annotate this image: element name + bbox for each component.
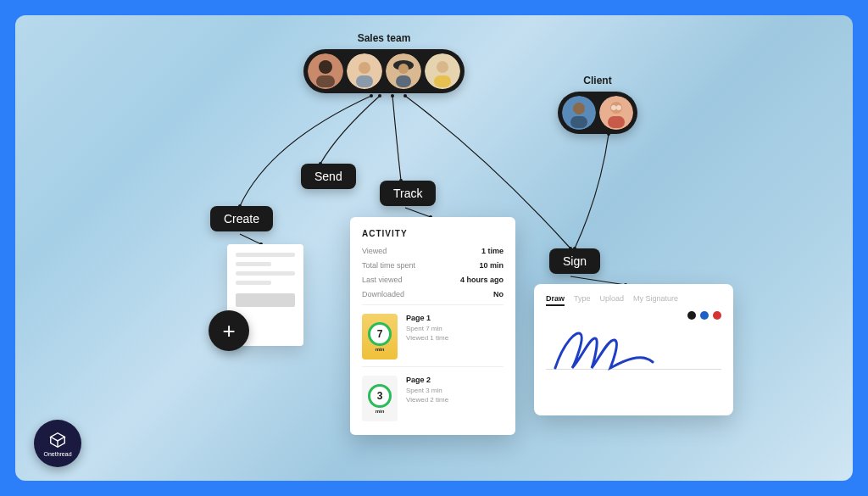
time-unit: min bbox=[376, 409, 385, 414]
svg-rect-18 bbox=[356, 75, 373, 87]
activity-title: ACTIVITY bbox=[362, 229, 504, 238]
doc-line bbox=[236, 262, 271, 266]
svg-point-17 bbox=[359, 62, 370, 74]
add-document-button[interactable]: + bbox=[209, 310, 249, 351]
svg-point-21 bbox=[398, 64, 409, 74]
onethread-logo: Onethread bbox=[34, 420, 81, 467]
color-picker bbox=[546, 311, 721, 320]
time-ring: 7 bbox=[368, 322, 392, 346]
stat-row: Total time spent 10 min bbox=[362, 261, 504, 270]
avatar bbox=[386, 53, 421, 89]
stat-row: Last viewed 4 hours ago bbox=[362, 276, 504, 284]
create-document-card[interactable]: + bbox=[227, 244, 303, 346]
tab-type[interactable]: Type bbox=[574, 294, 591, 306]
stat-value: 4 hours ago bbox=[460, 276, 504, 284]
doc-line bbox=[236, 271, 295, 276]
svg-rect-22 bbox=[396, 75, 411, 87]
svg-rect-15 bbox=[316, 75, 335, 87]
client-avatars bbox=[558, 92, 637, 134]
svg-point-27 bbox=[573, 103, 585, 114]
svg-point-14 bbox=[319, 60, 332, 74]
svg-rect-28 bbox=[570, 116, 587, 128]
send-action-tag: Send bbox=[301, 164, 356, 189]
stat-value: 1 time bbox=[481, 247, 504, 255]
page-info: Page 2 Spent 3 min Viewed 2 time bbox=[406, 376, 448, 421]
signature-card[interactable]: Draw Type Upload My Signature bbox=[534, 284, 733, 415]
sales-team-group: Sales team bbox=[303, 32, 465, 93]
sign-action-tag: Sign bbox=[549, 248, 600, 274]
page-name: Page 2 bbox=[406, 376, 448, 384]
color-red[interactable] bbox=[713, 311, 721, 320]
avatar bbox=[599, 96, 633, 130]
stat-label: Viewed bbox=[362, 247, 387, 255]
svg-point-0 bbox=[370, 94, 373, 98]
stat-label: Downloaded bbox=[362, 290, 404, 298]
plus-icon: + bbox=[222, 318, 235, 344]
svg-rect-33 bbox=[608, 116, 625, 128]
tab-upload[interactable]: Upload bbox=[600, 294, 625, 306]
time-ring: 3 bbox=[368, 384, 392, 408]
sales-team-label: Sales team bbox=[303, 32, 465, 44]
create-action-tag: Create bbox=[210, 206, 273, 231]
svg-point-24 bbox=[437, 61, 448, 73]
svg-point-31 bbox=[611, 105, 616, 110]
track-action-tag: Track bbox=[380, 181, 436, 206]
svg-point-32 bbox=[616, 105, 621, 110]
stat-row: Downloaded No bbox=[362, 290, 504, 298]
stat-label: Total time spent bbox=[362, 261, 415, 270]
page-name: Page 1 bbox=[406, 314, 448, 322]
page-viewed: Viewed 1 time bbox=[406, 334, 448, 342]
page-spent: Spent 3 min bbox=[406, 387, 448, 394]
avatar bbox=[308, 53, 343, 89]
color-black[interactable] bbox=[687, 311, 696, 320]
avatar bbox=[562, 96, 596, 130]
doc-block bbox=[236, 293, 295, 307]
doc-line bbox=[236, 253, 295, 257]
client-group: Client bbox=[558, 75, 637, 134]
canvas: Sales team Client Create Send Track Sign… bbox=[15, 15, 853, 481]
tab-my-signature[interactable]: My Signature bbox=[633, 294, 678, 306]
tab-draw[interactable]: Draw bbox=[546, 294, 565, 306]
page-viewed: Viewed 2 time bbox=[406, 396, 448, 404]
page-thumbnail: 7 min bbox=[362, 314, 398, 359]
stat-value: 10 min bbox=[479, 261, 504, 270]
doc-line bbox=[236, 281, 271, 285]
time-unit: min bbox=[376, 347, 385, 352]
svg-rect-25 bbox=[434, 75, 451, 87]
logo-icon bbox=[48, 431, 67, 449]
activity-card[interactable]: ACTIVITY Viewed 1 time Total time spent … bbox=[350, 217, 515, 435]
avatar bbox=[347, 53, 382, 89]
svg-point-1 bbox=[378, 94, 381, 98]
logo-text: Onethread bbox=[43, 451, 71, 457]
stat-label: Last viewed bbox=[362, 276, 403, 284]
stat-value: No bbox=[493, 290, 504, 298]
avatar bbox=[425, 53, 460, 89]
page-item[interactable]: 3 min Page 2 Spent 3 min Viewed 2 time bbox=[362, 366, 504, 423]
page-spent: Spent 7 min bbox=[406, 325, 448, 332]
page-item[interactable]: 7 min Page 1 Spent 7 min Viewed 1 time bbox=[362, 304, 504, 361]
stat-row: Viewed 1 time bbox=[362, 247, 504, 255]
color-blue[interactable] bbox=[700, 311, 709, 320]
svg-point-2 bbox=[391, 94, 394, 98]
page-thumbnail: 3 min bbox=[362, 376, 398, 421]
sales-team-avatars bbox=[303, 49, 465, 93]
page-info: Page 1 Spent 7 min Viewed 1 time bbox=[406, 314, 448, 359]
svg-point-3 bbox=[403, 94, 407, 98]
signature-drawing bbox=[551, 321, 661, 381]
client-label: Client bbox=[558, 75, 637, 86]
signature-tabs: Draw Type Upload My Signature bbox=[546, 294, 721, 306]
